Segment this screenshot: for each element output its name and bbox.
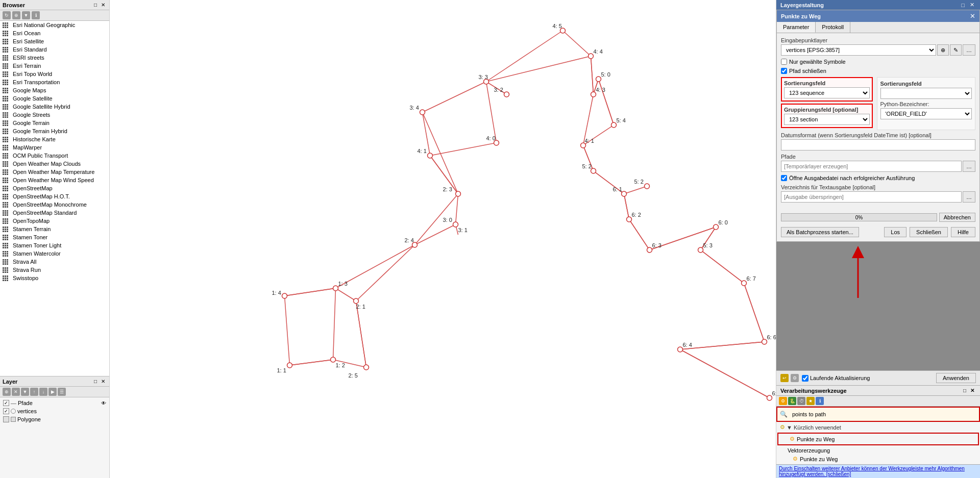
layer-minimize-btn[interactable]: □ xyxy=(92,378,99,385)
browser-item[interactable]: OpenStreetMap H.O.T. xyxy=(0,192,109,200)
lg-icon2[interactable]: ⚙ xyxy=(791,374,799,382)
browser-item[interactable]: Historische Karte xyxy=(0,135,109,143)
lg-close-btn[interactable]: ✕ xyxy=(968,2,976,8)
browser-item[interactable]: Strava All xyxy=(0,258,109,266)
python-bezeichner-select[interactable]: 'ORDER_FIELD' xyxy=(880,108,972,119)
verzeichnis-input[interactable] xyxy=(781,191,962,203)
browser-item-label: Google Terrain xyxy=(13,120,50,126)
anwenden-btn[interactable]: Anwenden xyxy=(936,373,976,383)
browser-item[interactable]: Esri Topo World xyxy=(0,70,109,78)
proc-icon1[interactable]: ⚙ xyxy=(779,397,787,405)
pfade-browse-btn[interactable]: … xyxy=(963,161,975,172)
verzeichnis-browse-btn[interactable]: … xyxy=(963,191,975,203)
layer-expand-icon[interactable]: ▶ xyxy=(48,388,57,396)
schliessen-btn[interactable]: Schließen xyxy=(910,227,948,237)
browser-item[interactable]: Stamen Toner xyxy=(0,233,109,241)
browser-item[interactable]: Google Satellite Hybrid xyxy=(0,103,109,111)
eingabepunktlayer-select[interactable]: vertices [EPSG:3857] xyxy=(781,44,936,56)
gruppierungsfeld-select[interactable]: 123 section xyxy=(784,114,870,125)
tab-protokoll[interactable]: Protokoll xyxy=(816,22,850,33)
pfade-input[interactable] xyxy=(781,161,962,172)
layer-remove-icon[interactable]: ✕ xyxy=(12,388,20,396)
layer-check-pfade[interactable]: ✓ xyxy=(3,400,9,406)
processing-item-punkte-zu-weg-1[interactable]: ⚙ Punkte zu Weg xyxy=(779,435,977,443)
laufende-checkbox[interactable] xyxy=(802,375,808,382)
layer-item-polygone[interactable]: Polygone xyxy=(2,415,108,423)
layer-down-icon[interactable]: ↓ xyxy=(39,388,47,396)
browser-item[interactable]: Open Weather Map Clouds xyxy=(0,160,109,168)
browser-item[interactable]: Stamen Toner Light xyxy=(0,241,109,249)
browser-refresh-icon[interactable]: ↻ xyxy=(3,11,11,19)
lg-minimize-btn[interactable]: □ xyxy=(960,2,966,8)
processing-close-btn[interactable]: ✕ xyxy=(969,387,976,394)
layer-add-icon[interactable]: ⊕ xyxy=(3,388,11,396)
layer-close-btn[interactable]: ✕ xyxy=(100,378,107,385)
pfad-schliessen-checkbox[interactable] xyxy=(781,68,787,74)
processing-group-recent[interactable]: ⚙ ▼ Kürzlich verwendet xyxy=(777,423,979,432)
layer-item-vertices[interactable]: ✓ vertices xyxy=(2,407,108,415)
sortierungsfeld-right-select[interactable] xyxy=(880,88,972,99)
layer-eye-pfade[interactable]: 👁 xyxy=(101,400,106,406)
proc-icon5[interactable]: ℹ xyxy=(816,397,824,405)
browser-item[interactable]: Esri Satellite xyxy=(0,37,109,45)
processing-item-vektorerzeugung[interactable]: Vektorerzeugung xyxy=(777,446,979,455)
browser-item[interactable]: OpenStreetMap Monochrome xyxy=(0,200,109,209)
browser-item[interactable]: MapWarper xyxy=(0,143,109,152)
browser-item[interactable]: Esri Transportation xyxy=(0,78,109,86)
browser-item[interactable]: Google Terrain Hybrid xyxy=(0,127,109,135)
browser-item[interactable]: Open Weather Map Wind Speed xyxy=(0,176,109,184)
layer-up-icon[interactable]: ↑ xyxy=(30,388,38,396)
browser-item[interactable]: Esri Ocean xyxy=(0,29,109,37)
proc-icon2[interactable]: 🐍 xyxy=(788,397,796,405)
datumsformat-input[interactable] xyxy=(781,139,975,150)
browser-item[interactable]: Esri National Geographic xyxy=(0,21,109,29)
sortierungsfeld-select[interactable]: 123 sequence xyxy=(784,87,870,98)
processing-item-punkte-zu-weg-2[interactable]: ⚙ Punkte zu Weg xyxy=(777,455,979,463)
batch-btn[interactable]: Als Batchprozess starten... xyxy=(781,227,859,237)
browser-item[interactable]: Esri Standard xyxy=(0,45,109,54)
browser-item[interactable]: Google Streets xyxy=(0,111,109,119)
browser-item[interactable]: OpenStreetMap Standard xyxy=(0,209,109,217)
proc-icon4[interactable]: ★ xyxy=(806,397,815,405)
abbrechen-btn[interactable]: Abbrechen xyxy=(939,213,975,222)
processing-search-input[interactable] xyxy=(790,409,976,419)
browser-minimize-btn[interactable]: □ xyxy=(92,2,99,8)
nur-gewahlte-checkbox[interactable] xyxy=(781,59,787,65)
lg-icon1[interactable]: ↩ xyxy=(780,374,789,382)
tab-parameter[interactable]: Parameter xyxy=(777,22,816,33)
bottom-info-bar[interactable]: Durch Einschalten weiterer Anbieter könn… xyxy=(776,464,980,478)
browser-item[interactable]: Swisstopo xyxy=(0,274,109,282)
offne-ausgabe-checkbox[interactable] xyxy=(781,175,787,181)
layer-check-vertices[interactable]: ✓ xyxy=(3,408,9,414)
eingabepunktlayer-btn1[interactable]: ⊕ xyxy=(937,44,949,56)
browser-filter-icon[interactable]: ▼ xyxy=(22,11,30,19)
layer-item-pfade[interactable]: ✓ — Pfade 👁 xyxy=(2,399,108,407)
eingabepunktlayer-btn3[interactable]: … xyxy=(963,44,975,56)
browser-info-icon[interactable]: ℹ xyxy=(32,11,40,19)
browser-item[interactable]: Open Weather Map Temperature xyxy=(0,168,109,176)
browser-item[interactable]: Google Terrain xyxy=(0,119,109,127)
browser-item[interactable]: OpenTopoMap xyxy=(0,217,109,225)
browser-item[interactable]: Strava Run xyxy=(0,266,109,274)
browser-item[interactable]: Stamen Terrain xyxy=(0,225,109,233)
browser-item[interactable]: ESRI streets xyxy=(0,54,109,62)
los-btn[interactable]: Los xyxy=(884,227,906,237)
browser-add-icon[interactable]: ⊕ xyxy=(12,11,20,19)
browser-item[interactable]: Google Satellite xyxy=(0,94,109,103)
browser-item[interactable]: OpenStreetMap xyxy=(0,184,109,192)
hilfe-btn[interactable]: Hilfe xyxy=(951,227,975,237)
layer-check-polygone[interactable] xyxy=(3,416,9,422)
eingabepunktlayer-btn2[interactable]: ✎ xyxy=(950,44,962,56)
layer-menu-icon[interactable]: ☰ xyxy=(58,388,66,396)
processing-minimize-btn[interactable]: □ xyxy=(962,387,968,394)
proc-icon3[interactable]: ⏱ xyxy=(797,397,805,405)
layer-filter-icon[interactable]: ▼ xyxy=(21,388,29,396)
browser-item[interactable]: Google Maps xyxy=(0,86,109,94)
grid-icon xyxy=(3,39,11,44)
browser-close-btn[interactable]: ✕ xyxy=(100,2,107,8)
browser-item[interactable]: Esri Terrain xyxy=(0,62,109,70)
dialog-close-btn[interactable]: ✕ xyxy=(970,12,975,20)
grid-icon xyxy=(3,55,11,60)
browser-item[interactable]: Stamen Watercolor xyxy=(0,249,109,258)
browser-item[interactable]: OCM Public Transport xyxy=(0,152,109,160)
